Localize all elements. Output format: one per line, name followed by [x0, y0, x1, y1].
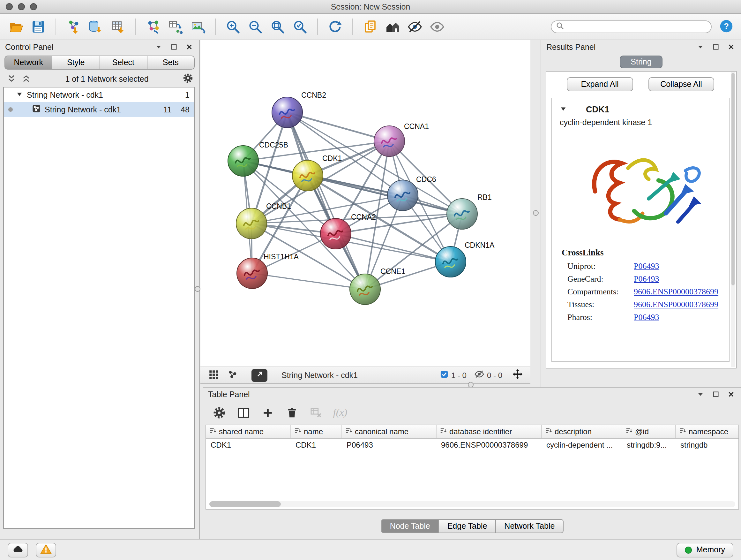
export-network-button[interactable] [252, 369, 267, 381]
export-image-icon[interactable] [188, 17, 207, 37]
string-network-icon [32, 104, 41, 115]
zoom-selected-icon[interactable] [290, 17, 310, 37]
crosslink-tissues[interactable]: 9606.ENSP00000378699 [634, 300, 718, 310]
edge-CCNB2-CCNE1[interactable] [287, 112, 365, 289]
eye-slash-icon[interactable] [474, 369, 484, 381]
tab-edge-table[interactable]: Edge Table [439, 519, 496, 533]
results-scrollbar[interactable] [731, 72, 735, 367]
network-node-CCNB2[interactable] [272, 97, 302, 128]
crosslink-compartments[interactable]: 9606.ENSP00000378699 [634, 287, 718, 297]
tab-select[interactable]: Select [99, 56, 147, 70]
memory-button[interactable]: Memory [677, 543, 733, 557]
crosslink-uniprot[interactable]: P06493 [634, 261, 659, 271]
eye-icon[interactable] [428, 17, 447, 37]
network-node-CDK1[interactable] [292, 160, 323, 191]
column-header-id[interactable]: @id [622, 425, 676, 438]
duplicate-network-icon[interactable] [360, 17, 380, 37]
splitter-handle-left[interactable] [195, 286, 200, 292]
window-close-button[interactable] [6, 3, 13, 10]
column-header-canonical-name[interactable]: canonical name [342, 425, 436, 438]
edge-CDK1-RB1[interactable] [308, 176, 462, 214]
refresh-icon[interactable] [326, 17, 345, 37]
crosslink-genecard[interactable]: P06493 [634, 274, 659, 284]
network-view-toolbar: String Network - cdk1 1 - 0 0 - 0 [200, 367, 530, 384]
zoom-in-icon[interactable] [223, 17, 243, 37]
window-zoom-button[interactable] [30, 3, 37, 10]
edge-CCNB2-CCNA1[interactable] [287, 112, 389, 141]
panel-float-icon[interactable] [169, 43, 179, 52]
houses-icon[interactable] [383, 17, 402, 37]
add-column-icon[interactable] [259, 405, 276, 420]
column-header-description[interactable]: description [542, 425, 622, 438]
tab-string[interactable]: String [620, 56, 662, 68]
checkbox-icon[interactable] [440, 370, 449, 381]
svg-text:?: ? [724, 21, 729, 30]
network-canvas[interactable]: CCNB2CCNA1CDC25BCDK1CDC6RB1CCNB1CCNA2CDK… [200, 40, 530, 367]
column-header-shared-name[interactable]: shared name [206, 425, 291, 438]
panel-close-icon[interactable] [185, 43, 194, 52]
help-button[interactable]: ? [718, 18, 735, 35]
zoom-fit-icon[interactable] [268, 17, 287, 37]
columns-icon[interactable] [235, 405, 252, 420]
window-minimize-button[interactable] [18, 3, 25, 10]
network-node-CCNA2[interactable] [320, 219, 351, 249]
edge-HIST1H1A-CCNE1[interactable] [252, 273, 365, 289]
tab-network[interactable]: Network [4, 56, 53, 70]
search-box[interactable] [551, 20, 712, 33]
tab-style[interactable]: Style [52, 56, 100, 70]
network-node-RB1[interactable] [447, 199, 477, 229]
network-node-CDC6[interactable] [387, 180, 418, 211]
table-row[interactable]: CDK1CDK1P064939606.ENSP00000378699cyclin… [206, 439, 738, 451]
tab-node-table[interactable]: Node Table [381, 519, 439, 533]
open-folder-icon[interactable] [6, 17, 25, 37]
birdseye-view-button[interactable] [225, 368, 240, 382]
network-options-gear-button[interactable] [183, 74, 193, 84]
network-node-HIST1H1A[interactable] [237, 258, 267, 289]
zoom-out-icon[interactable] [246, 17, 265, 37]
network-node-CCNA1[interactable] [374, 126, 405, 157]
cloud-button[interactable] [8, 543, 28, 557]
scrollbar-thumb[interactable] [209, 501, 281, 507]
collapse-all-button[interactable] [6, 74, 17, 84]
fit-selection-button[interactable] [510, 368, 525, 382]
table-gear-icon[interactable] [211, 405, 227, 420]
results-float[interactable] [711, 43, 721, 52]
warnings-button[interactable] [36, 543, 56, 557]
caret-down-icon[interactable] [16, 90, 23, 99]
table-menu-chevron[interactable] [696, 390, 705, 399]
grid-view-button[interactable] [205, 368, 221, 382]
tab-sets[interactable]: Sets [147, 56, 195, 70]
expand-all-button[interactable] [21, 74, 31, 84]
panel-menu-chevron-icon[interactable] [154, 43, 163, 52]
eye-strike-icon[interactable] [405, 17, 424, 37]
network-row-selected[interactable]: String Network - cdk1 11 48 [4, 102, 194, 117]
new-network-icon[interactable] [144, 17, 163, 37]
column-header-database-identifier[interactable]: database identifier [436, 425, 542, 438]
column-header-name[interactable]: name [291, 425, 342, 438]
toolbar-separator [135, 18, 136, 35]
tab-network-table[interactable]: Network Table [495, 519, 563, 533]
network-node-CDKN1A[interactable] [435, 246, 466, 277]
import-table-icon[interactable] [109, 17, 128, 37]
network-node-CCNE1[interactable] [350, 274, 381, 305]
import-network-database-icon[interactable] [86, 17, 105, 37]
crosslink-pharos[interactable]: P06493 [634, 312, 659, 322]
results-menu-chevron[interactable] [696, 43, 705, 52]
delete-column-icon[interactable] [283, 405, 300, 420]
save-icon[interactable] [29, 17, 48, 37]
search-input[interactable] [567, 22, 706, 31]
network-from-table-icon[interactable] [166, 17, 185, 37]
network-node-CCNB1[interactable] [236, 208, 267, 239]
splitter-handle-right[interactable] [533, 210, 539, 216]
section-caret-icon[interactable] [560, 105, 567, 114]
expand-all-button-results[interactable]: Expand All [567, 77, 633, 91]
table-horizontal-scrollbar[interactable] [209, 501, 735, 507]
results-close[interactable] [726, 43, 736, 52]
network-node-CDC25B[interactable] [228, 145, 259, 176]
network-collection-row[interactable]: String Network - cdk1 1 [4, 87, 194, 102]
collapse-all-button-results[interactable]: Collapse All [648, 77, 714, 91]
table-close[interactable] [726, 390, 736, 399]
table-float[interactable] [711, 390, 721, 399]
column-header-namespace[interactable]: namespace [676, 425, 739, 438]
import-network-file-icon[interactable] [64, 17, 83, 37]
